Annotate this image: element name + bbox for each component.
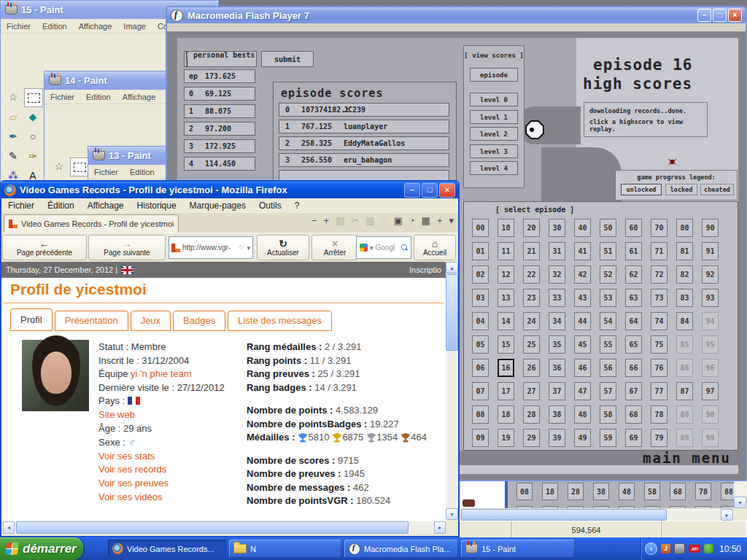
episode-button-42[interactable]: 42 [574,265,591,284]
episode-button-92[interactable]: 92 [702,265,719,284]
episode-button-48[interactable]: 48 [619,483,635,500]
episode-button-06[interactable]: 06 [472,359,489,377]
scrollbar-thumb[interactable] [16,521,409,534]
profile-link[interactable]: Voir ses records [98,464,166,475]
episode-button-61[interactable]: 61 [625,242,642,260]
episode-button-00[interactable]: 00 [472,219,489,237]
taskbar-button-15-paint[interactable]: 15 - Paint [461,540,575,558]
episode-button-64[interactable]: 64 [625,312,642,330]
minimize-button[interactable]: – [404,183,420,198]
background-vertical-scrollbar[interactable]: ▾ [734,478,746,508]
pencil-icon[interactable]: ✎ [4,147,22,165]
magnifier-icon[interactable]: ○ [24,128,42,145]
tab-badges[interactable]: Badges [173,311,225,331]
view-scores-button-level-4[interactable]: level 4 [470,161,518,175]
episode-button[interactable] [644,506,660,508]
profile-link[interactable]: Voir ses stats [98,451,155,462]
scrollbar-thumb[interactable] [446,274,458,351]
menu-item-fichier[interactable]: Fichier [1,201,41,211]
episode-button-08[interactable]: 08 [516,483,533,500]
episode-button-03[interactable]: 03 [472,289,489,307]
menu-item-marque-pages[interactable]: Marque-pages [183,201,252,211]
episode-button-01[interactable]: 01 [472,242,489,260]
menu-item-affichage[interactable]: Affichage [73,22,118,31]
episode-button[interactable] [670,506,686,508]
profile-link[interactable]: Voir ses preuves [98,478,169,489]
taskbar-button-macromedia-flash-pla-[interactable]: Macromedia Flash Pla... [344,540,458,558]
episode-button-62[interactable]: 62 [625,265,642,284]
stop-button[interactable]: × Arrêter [311,235,358,260]
free-select-icon[interactable]: ☆ [4,88,22,106]
scrollbar-thumb[interactable] [461,509,667,521]
episode-button-60[interactable]: 60 [625,219,642,237]
tab-profil[interactable]: Profil [10,308,53,331]
rect-select-icon[interactable] [24,88,43,107]
episode-button-39[interactable]: 39 [549,429,565,447]
legend-locked[interactable]: locked [665,184,697,195]
scroll-down-icon[interactable]: ▾ [734,497,746,508]
taskbar-button-n[interactable]: N [229,540,341,558]
home-button[interactable]: ⌂ Accueil [414,235,456,260]
zoom-out-icon[interactable]: − [311,216,317,225]
zoom-in-icon[interactable]: + [324,216,330,225]
episode-button-25[interactable]: 25 [523,335,540,354]
print-icon[interactable]: ▦ [422,216,430,225]
brush-icon[interactable]: ✑ [24,147,42,165]
episode-button-71[interactable]: 71 [651,242,667,260]
episode-button-23[interactable]: 23 [523,289,540,307]
episode-button-28[interactable]: 28 [568,483,584,500]
legend-cheated[interactable]: cheated [700,184,734,195]
personal-best-row[interactable]: ep173.625 [184,69,255,83]
episode-button-88[interactable]: 88 [676,405,693,424]
uk-flag-icon[interactable] [121,266,133,274]
personal-best-row[interactable]: 188.075 [184,104,255,118]
episode-button-18[interactable]: 18 [498,405,514,424]
episode-button-29[interactable]: 29 [523,429,540,447]
menu-item-edition[interactable]: Edition [80,93,117,101]
episode-button-91[interactable]: 91 [702,242,719,260]
search-placeholder[interactable]: Googl [376,244,399,252]
episode-button-16[interactable]: 16 [498,359,514,377]
episode-button-49[interactable]: 49 [574,429,591,447]
episode-button-81[interactable]: 81 [676,242,693,260]
episode-button-85[interactable]: 85 [676,335,693,354]
episode-button-89[interactable]: 89 [676,429,693,447]
free-select-icon[interactable]: ☆ [50,158,68,175]
episode-button-37[interactable]: 37 [549,382,565,400]
episode-button-50[interactable]: 50 [600,219,616,237]
episode-button-58[interactable]: 58 [600,405,616,424]
profile-link[interactable]: yi 'n phie team [131,368,191,379]
episode-button[interactable] [619,506,635,508]
episode-button[interactable] [593,506,609,508]
episode-button-45[interactable]: 45 [574,335,591,354]
maximize-button[interactable]: □ [422,183,438,198]
submit-button[interactable]: submit [261,51,314,67]
episode-button-96[interactable]: 96 [702,359,719,377]
menu-item-fichier[interactable]: Fichier [44,93,80,101]
episode-button-38[interactable]: 38 [593,483,609,500]
episode-button-88[interactable]: 88 [721,483,734,500]
scroll-left-icon[interactable]: ◂ [3,521,15,534]
view-scores-button-level-3[interactable]: level 3 [470,144,518,158]
episode-button-78[interactable]: 78 [695,483,711,500]
episode-button-67[interactable]: 67 [625,382,642,400]
episode-button-19[interactable]: 19 [498,429,514,447]
episode-button-24[interactable]: 24 [523,312,540,330]
episode-button-79[interactable]: 79 [651,429,667,447]
profile-link[interactable]: Voir ses vidéos [98,491,162,502]
new-window-icon[interactable]: ▣ [393,216,402,225]
firefox-titlebar[interactable]: Video Games Records - Profil de yicestmo… [1,182,458,198]
bookmark-star-icon[interactable]: ☆ [238,243,245,252]
episode-button-93[interactable]: 93 [702,289,719,307]
episode-button-30[interactable]: 30 [549,219,565,237]
eyedropper-icon[interactable]: ✒ [4,128,22,145]
add-icon[interactable]: + [437,216,443,225]
menu-item-outils[interactable]: Outils [252,201,288,211]
paste-icon[interactable]: ▤ [336,216,344,225]
episode-button-36[interactable]: 36 [549,359,565,377]
menu-item-affichage[interactable]: Affichage [117,93,162,101]
episode-button-31[interactable]: 31 [549,242,565,260]
episode-button-55[interactable]: 55 [600,335,616,354]
collapse-icon[interactable]: ‹ [645,542,657,555]
episode-button-28[interactable]: 28 [523,405,540,424]
